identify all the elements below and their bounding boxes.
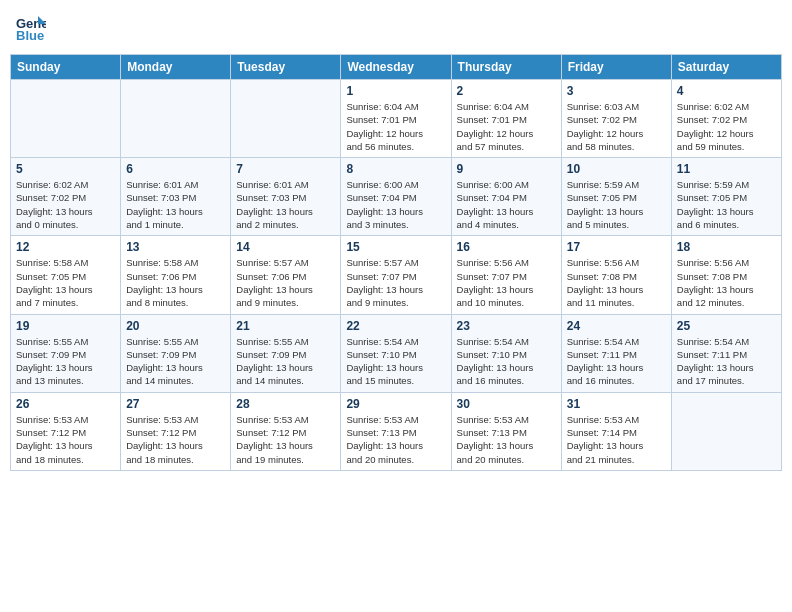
day-number-18: 18 [677,240,776,254]
day-number-12: 12 [16,240,115,254]
day-info-16: Sunrise: 5:56 AMSunset: 7:07 PMDaylight:… [457,256,556,309]
day-number-4: 4 [677,84,776,98]
day-cell-9: 9Sunrise: 6:00 AMSunset: 7:04 PMDaylight… [451,158,561,236]
weekday-header-row: SundayMondayTuesdayWednesdayThursdayFrid… [11,55,782,80]
day-number-3: 3 [567,84,666,98]
weekday-header-wednesday: Wednesday [341,55,451,80]
day-info-10: Sunrise: 5:59 AMSunset: 7:05 PMDaylight:… [567,178,666,231]
day-number-10: 10 [567,162,666,176]
day-number-1: 1 [346,84,445,98]
day-cell-19: 19Sunrise: 5:55 AMSunset: 7:09 PMDayligh… [11,314,121,392]
day-number-25: 25 [677,319,776,333]
logo: General Blue [16,14,46,42]
week-row-5: 26Sunrise: 5:53 AMSunset: 7:12 PMDayligh… [11,392,782,470]
day-cell-8: 8Sunrise: 6:00 AMSunset: 7:04 PMDaylight… [341,158,451,236]
day-cell-22: 22Sunrise: 5:54 AMSunset: 7:10 PMDayligh… [341,314,451,392]
day-cell-16: 16Sunrise: 5:56 AMSunset: 7:07 PMDayligh… [451,236,561,314]
day-cell-10: 10Sunrise: 5:59 AMSunset: 7:05 PMDayligh… [561,158,671,236]
week-row-4: 19Sunrise: 5:55 AMSunset: 7:09 PMDayligh… [11,314,782,392]
day-info-22: Sunrise: 5:54 AMSunset: 7:10 PMDaylight:… [346,335,445,388]
day-info-27: Sunrise: 5:53 AMSunset: 7:12 PMDaylight:… [126,413,225,466]
week-row-2: 5Sunrise: 6:02 AMSunset: 7:02 PMDaylight… [11,158,782,236]
day-info-20: Sunrise: 5:55 AMSunset: 7:09 PMDaylight:… [126,335,225,388]
logo-icon: General Blue [16,14,46,42]
day-cell-31: 31Sunrise: 5:53 AMSunset: 7:14 PMDayligh… [561,392,671,470]
day-number-14: 14 [236,240,335,254]
day-number-5: 5 [16,162,115,176]
day-number-13: 13 [126,240,225,254]
day-info-14: Sunrise: 5:57 AMSunset: 7:06 PMDaylight:… [236,256,335,309]
day-info-31: Sunrise: 5:53 AMSunset: 7:14 PMDaylight:… [567,413,666,466]
day-info-15: Sunrise: 5:57 AMSunset: 7:07 PMDaylight:… [346,256,445,309]
day-cell-4: 4Sunrise: 6:02 AMSunset: 7:02 PMDaylight… [671,80,781,158]
day-cell-14: 14Sunrise: 5:57 AMSunset: 7:06 PMDayligh… [231,236,341,314]
weekday-header-monday: Monday [121,55,231,80]
week-row-1: 1Sunrise: 6:04 AMSunset: 7:01 PMDaylight… [11,80,782,158]
day-number-17: 17 [567,240,666,254]
day-number-16: 16 [457,240,556,254]
page-header: General Blue [10,10,782,46]
day-info-21: Sunrise: 5:55 AMSunset: 7:09 PMDaylight:… [236,335,335,388]
day-info-3: Sunrise: 6:03 AMSunset: 7:02 PMDaylight:… [567,100,666,153]
day-cell-2: 2Sunrise: 6:04 AMSunset: 7:01 PMDaylight… [451,80,561,158]
day-number-30: 30 [457,397,556,411]
day-cell-24: 24Sunrise: 5:54 AMSunset: 7:11 PMDayligh… [561,314,671,392]
day-info-7: Sunrise: 6:01 AMSunset: 7:03 PMDaylight:… [236,178,335,231]
day-number-29: 29 [346,397,445,411]
day-cell-3: 3Sunrise: 6:03 AMSunset: 7:02 PMDaylight… [561,80,671,158]
day-number-9: 9 [457,162,556,176]
day-number-7: 7 [236,162,335,176]
empty-cell [671,392,781,470]
day-number-19: 19 [16,319,115,333]
day-info-26: Sunrise: 5:53 AMSunset: 7:12 PMDaylight:… [16,413,115,466]
day-cell-1: 1Sunrise: 6:04 AMSunset: 7:01 PMDaylight… [341,80,451,158]
day-info-9: Sunrise: 6:00 AMSunset: 7:04 PMDaylight:… [457,178,556,231]
weekday-header-friday: Friday [561,55,671,80]
day-info-18: Sunrise: 5:56 AMSunset: 7:08 PMDaylight:… [677,256,776,309]
day-info-24: Sunrise: 5:54 AMSunset: 7:11 PMDaylight:… [567,335,666,388]
day-number-8: 8 [346,162,445,176]
day-cell-23: 23Sunrise: 5:54 AMSunset: 7:10 PMDayligh… [451,314,561,392]
day-cell-21: 21Sunrise: 5:55 AMSunset: 7:09 PMDayligh… [231,314,341,392]
day-number-26: 26 [16,397,115,411]
day-number-24: 24 [567,319,666,333]
day-info-25: Sunrise: 5:54 AMSunset: 7:11 PMDaylight:… [677,335,776,388]
day-number-23: 23 [457,319,556,333]
day-cell-30: 30Sunrise: 5:53 AMSunset: 7:13 PMDayligh… [451,392,561,470]
day-info-8: Sunrise: 6:00 AMSunset: 7:04 PMDaylight:… [346,178,445,231]
day-cell-7: 7Sunrise: 6:01 AMSunset: 7:03 PMDaylight… [231,158,341,236]
empty-cell [121,80,231,158]
day-number-21: 21 [236,319,335,333]
day-cell-6: 6Sunrise: 6:01 AMSunset: 7:03 PMDaylight… [121,158,231,236]
empty-cell [231,80,341,158]
day-info-2: Sunrise: 6:04 AMSunset: 7:01 PMDaylight:… [457,100,556,153]
day-cell-12: 12Sunrise: 5:58 AMSunset: 7:05 PMDayligh… [11,236,121,314]
day-number-2: 2 [457,84,556,98]
day-info-13: Sunrise: 5:58 AMSunset: 7:06 PMDaylight:… [126,256,225,309]
day-number-28: 28 [236,397,335,411]
day-info-17: Sunrise: 5:56 AMSunset: 7:08 PMDaylight:… [567,256,666,309]
day-number-6: 6 [126,162,225,176]
day-cell-20: 20Sunrise: 5:55 AMSunset: 7:09 PMDayligh… [121,314,231,392]
day-number-15: 15 [346,240,445,254]
week-row-3: 12Sunrise: 5:58 AMSunset: 7:05 PMDayligh… [11,236,782,314]
day-info-29: Sunrise: 5:53 AMSunset: 7:13 PMDaylight:… [346,413,445,466]
day-cell-18: 18Sunrise: 5:56 AMSunset: 7:08 PMDayligh… [671,236,781,314]
day-info-6: Sunrise: 6:01 AMSunset: 7:03 PMDaylight:… [126,178,225,231]
day-info-1: Sunrise: 6:04 AMSunset: 7:01 PMDaylight:… [346,100,445,153]
day-info-23: Sunrise: 5:54 AMSunset: 7:10 PMDaylight:… [457,335,556,388]
day-info-28: Sunrise: 5:53 AMSunset: 7:12 PMDaylight:… [236,413,335,466]
weekday-header-tuesday: Tuesday [231,55,341,80]
day-cell-26: 26Sunrise: 5:53 AMSunset: 7:12 PMDayligh… [11,392,121,470]
calendar-table: SundayMondayTuesdayWednesdayThursdayFrid… [10,54,782,471]
day-info-11: Sunrise: 5:59 AMSunset: 7:05 PMDaylight:… [677,178,776,231]
day-info-19: Sunrise: 5:55 AMSunset: 7:09 PMDaylight:… [16,335,115,388]
day-cell-28: 28Sunrise: 5:53 AMSunset: 7:12 PMDayligh… [231,392,341,470]
weekday-header-saturday: Saturday [671,55,781,80]
day-number-20: 20 [126,319,225,333]
day-cell-17: 17Sunrise: 5:56 AMSunset: 7:08 PMDayligh… [561,236,671,314]
day-cell-15: 15Sunrise: 5:57 AMSunset: 7:07 PMDayligh… [341,236,451,314]
day-info-4: Sunrise: 6:02 AMSunset: 7:02 PMDaylight:… [677,100,776,153]
day-cell-29: 29Sunrise: 5:53 AMSunset: 7:13 PMDayligh… [341,392,451,470]
day-cell-11: 11Sunrise: 5:59 AMSunset: 7:05 PMDayligh… [671,158,781,236]
